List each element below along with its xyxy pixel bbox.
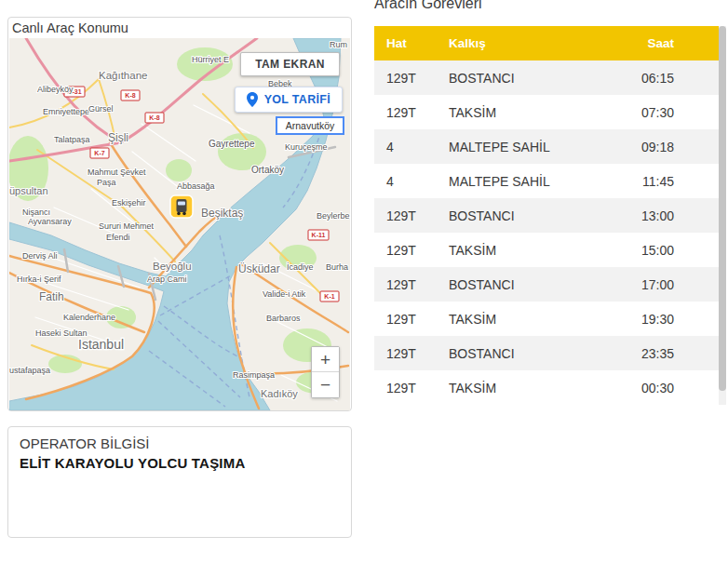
task-saat: 19:30 — [609, 302, 719, 336]
map-label: Ayvansaray — [28, 217, 72, 226]
tasks-title: Aracın Görevleri — [374, 0, 726, 12]
map-label: Gürsel — [88, 104, 114, 114]
operator-title: OPERATOR BİLGİSİ — [20, 435, 340, 452]
tasks-header-row: Hat Kalkış Saat — [374, 26, 719, 60]
map-label: Paşa — [97, 178, 116, 187]
task-row: 4 MALTEPE SAHİL 09:18 — [374, 129, 719, 164]
task-kalkis: TAKSİM — [439, 95, 609, 129]
task-kalkis: BOSTANCI — [439, 267, 609, 302]
task-kalkis: TAKSİM — [439, 302, 609, 336]
tasks-table: Hat Kalkış Saat 129T BOSTANCI 06:15 129T… — [374, 26, 719, 405]
map-viewport[interactable]: K-31 K-8 K-8 K-7 K-11 K-1 Kağıthane Hürr… — [9, 38, 350, 410]
operator-card: OPERATOR BİLGİSİ ELİT KARAYOLU YOLCU TAŞ… — [7, 426, 352, 538]
task-hat: 129T — [374, 370, 439, 405]
task-kalkis: MALTEPE SAHİL — [439, 164, 609, 198]
task-kalkis: TAKSİM — [439, 370, 609, 405]
map-label: Beylerbe — [317, 211, 350, 221]
col-header-saat: Saat — [609, 26, 719, 60]
task-row: 129T BOSTANCI 17:00 — [374, 267, 719, 302]
map-label: Fatih — [39, 290, 64, 303]
tasks-table-container: Hat Kalkış Saat 129T BOSTANCI 06:15 129T… — [374, 26, 726, 405]
road-shield: K-11 — [312, 232, 326, 238]
task-row: 129T TAKSİM 07:30 — [374, 95, 719, 129]
task-saat: 06:15 — [609, 60, 719, 95]
road-shield: K-1 — [324, 293, 334, 300]
road-shield: K-8 — [149, 114, 159, 121]
task-saat: 15:00 — [609, 233, 719, 267]
task-kalkis: BOSTANCI — [439, 60, 609, 95]
task-hat: 129T — [374, 60, 439, 95]
task-row: 129T BOSTANCI 06:15 — [374, 60, 719, 95]
task-saat: 11:45 — [609, 164, 719, 198]
task-saat: 13:00 — [609, 198, 719, 233]
task-kalkis: MALTEPE SAHİL — [439, 129, 609, 164]
zoom-controls: + − — [311, 346, 340, 398]
task-saat: 17:00 — [609, 267, 719, 302]
map-label: Eskişehir — [112, 198, 146, 208]
map-label: Barbaros — [266, 314, 301, 323]
zoom-in-button[interactable]: + — [312, 347, 339, 372]
map-label: Gayrettepe — [209, 139, 255, 149]
road-shield: K-7 — [94, 150, 104, 156]
task-hat: 129T — [374, 95, 439, 129]
directions-button[interactable]: YOL TARİFİ — [235, 87, 343, 113]
task-hat: 4 — [374, 129, 439, 164]
map-label: Rasimpaşa — [233, 370, 275, 380]
task-row: 129T TAKSİM 19:30 — [374, 302, 719, 336]
col-header-kalkis: Kalkış — [439, 26, 609, 60]
map-label: Hürriyet E — [192, 55, 229, 64]
live-location-card: Canlı Araç Konumu — [7, 17, 352, 411]
map-label: İcadiye — [287, 262, 314, 272]
map-city-label: Istanbul — [78, 337, 124, 352]
task-hat: 129T — [374, 198, 439, 233]
map-label: Kuruçeşme — [285, 142, 328, 152]
task-row: 129T BOSTANCI 13:00 — [374, 198, 719, 233]
map-overlay-label-arnavutkoy: Arnavutköy — [276, 116, 344, 135]
map-pin-icon — [247, 92, 258, 107]
task-kalkis: BOSTANCI — [439, 336, 609, 370]
table-scrollbar[interactable] — [719, 26, 726, 405]
map-label: Derviş Ali — [22, 251, 58, 261]
map-label: ustafapaşa — [9, 366, 50, 375]
map-label: üpsultan — [9, 185, 48, 196]
task-hat: 129T — [374, 336, 439, 370]
task-saat: 00:30 — [609, 370, 719, 405]
map-label: Arap Cami — [147, 275, 187, 284]
operator-name: ELİT KARAYOLU YOLCU TAŞIMA — [20, 455, 340, 471]
map-label: Abbasağa — [177, 181, 215, 191]
task-hat: 129T — [374, 302, 439, 336]
zoom-out-button[interactable]: − — [312, 372, 339, 397]
road-shield: K-8 — [125, 92, 135, 99]
fullscreen-button[interactable]: TAM EKRAN — [240, 52, 340, 76]
task-row: 4 MALTEPE SAHİL 11:45 — [374, 164, 719, 198]
live-location-title: Canlı Araç Konumu — [8, 18, 351, 38]
task-hat: 129T — [374, 267, 439, 302]
map-label: Beyoğlu — [153, 261, 192, 272]
task-hat: 4 — [374, 164, 439, 198]
bus-icon — [169, 194, 194, 219]
map-label: Talatpaşa — [54, 135, 90, 144]
task-row: 129T TAKSİM 00:30 — [374, 370, 719, 405]
map-label: Ortaköy — [251, 165, 284, 175]
map-label: Rum — [330, 40, 347, 49]
directions-button-label: YOL TARİFİ — [264, 93, 330, 106]
map-label: Şişli — [108, 131, 128, 144]
map-label: Sururi Mehmet — [99, 221, 155, 231]
table-scrollbar-thumb[interactable] — [719, 26, 726, 391]
map-label: Efendi — [106, 233, 130, 242]
task-saat: 07:30 — [609, 95, 719, 129]
task-kalkis: TAKSİM — [439, 233, 609, 267]
task-saat: 23:35 — [609, 336, 719, 370]
map-label: Nişancı — [22, 208, 50, 217]
map-label: Mahmut Şevket — [88, 168, 146, 177]
col-header-hat: Hat — [374, 26, 439, 60]
task-row: 129T TAKSİM 15:00 — [374, 233, 719, 267]
map-label: Kadıköy — [261, 388, 298, 399]
tasks-panel: Aracın Görevleri Hat Kalkış Saat 129T BO… — [374, 0, 726, 405]
task-saat: 09:18 — [609, 129, 719, 164]
map-label: Beşiktaş — [201, 207, 243, 220]
map-label: Kalenderhane — [63, 313, 115, 322]
task-kalkis: BOSTANCI — [439, 198, 609, 233]
task-row: 129T BOSTANCI 23:35 — [374, 336, 719, 370]
vehicle-marker[interactable] — [169, 194, 194, 219]
